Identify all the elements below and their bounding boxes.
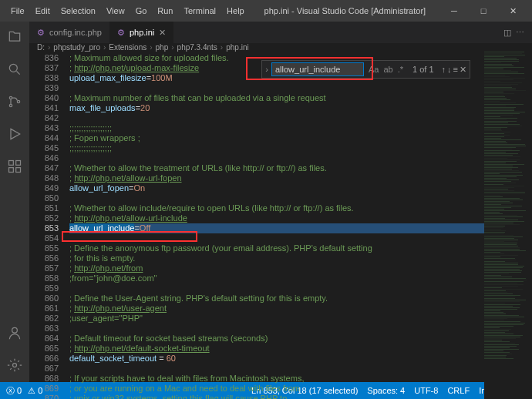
breadcrumb-item[interactable]: D: [37, 43, 45, 52]
breadcrumb[interactable]: D:›phpstudy_pro›Extensions›php›php7.3.4n… [29, 43, 532, 52]
activity-bar [0, 22, 29, 382]
minimap[interactable] [484, 52, 532, 399]
find-expand-icon[interactable]: › [265, 65, 268, 74]
menu-view[interactable]: View [102, 3, 130, 18]
svg-rect-6 [9, 168, 14, 173]
menu-terminal[interactable]: Terminal [180, 3, 221, 18]
accounts-icon[interactable] [5, 324, 24, 342]
svg-rect-5 [16, 161, 21, 166]
search-icon[interactable] [5, 60, 24, 79]
menu-selection[interactable]: Selection [56, 3, 100, 18]
tab-bar: ⚙config.inc.php⚙php.ini✕◫ ⋯ [29, 22, 532, 43]
source-control-icon[interactable] [5, 92, 24, 111]
menu-run[interactable]: Run [153, 3, 177, 18]
breadcrumb-item[interactable]: phpstudy_pro [53, 43, 100, 52]
svg-rect-7 [16, 168, 21, 173]
match-case-icon[interactable]: Aa [367, 63, 380, 75]
minimize-button[interactable]: ─ [441, 3, 467, 19]
breadcrumb-item[interactable]: php [156, 43, 169, 52]
window-controls: ─ □ ✕ [441, 3, 526, 19]
find-prev-icon[interactable]: ↑ [442, 65, 446, 75]
extensions-icon[interactable] [5, 157, 24, 176]
code-area[interactable]: ; Maximum allowed size for uploaded file… [69, 52, 484, 399]
file-icon: ⚙ [117, 28, 125, 38]
editor[interactable]: 8368378388398408418428438448458468478488… [29, 52, 532, 399]
menu-edit[interactable]: Edit [31, 3, 55, 18]
svg-point-0 [9, 64, 17, 72]
find-close-icon[interactable]: ✕ [460, 65, 466, 75]
find-input[interactable] [271, 62, 364, 76]
tab-config-inc-php[interactable]: ⚙config.inc.php [29, 22, 109, 43]
svg-point-3 [17, 100, 19, 102]
settings-icon[interactable] [5, 356, 24, 374]
menu-bar: FileEditSelectionViewGoRunTerminalHelp [6, 3, 249, 18]
explorer-icon[interactable] [5, 28, 24, 46]
svg-point-1 [9, 96, 12, 99]
svg-point-8 [12, 327, 18, 333]
run-debug-icon[interactable] [5, 125, 24, 143]
close-button[interactable]: ✕ [500, 3, 526, 19]
close-icon[interactable]: ✕ [159, 28, 166, 38]
menu-help[interactable]: Help [222, 3, 249, 18]
svg-point-9 [13, 364, 17, 367]
tab-php-ini[interactable]: ⚙php.ini✕ [109, 22, 173, 43]
find-result-count: 1 of 1 [412, 65, 434, 74]
find-widget: › Aa ab .* 1 of 1 ↑ ↓ ≡ ✕ [261, 60, 470, 79]
menu-file[interactable]: File [6, 3, 29, 18]
svg-rect-4 [9, 161, 14, 166]
file-icon: ⚙ [37, 28, 45, 38]
svg-point-2 [9, 104, 12, 106]
split-editor-icon[interactable]: ◫ [503, 28, 511, 37]
titlebar: FileEditSelectionViewGoRunTerminalHelp p… [0, 0, 532, 22]
menu-go[interactable]: Go [131, 3, 152, 18]
line-numbers: 8368378388398408418428438448458468478488… [29, 52, 69, 399]
breadcrumb-item[interactable]: php7.3.4nts [177, 43, 217, 52]
breadcrumb-item[interactable]: Extensions [109, 43, 146, 52]
match-word-icon[interactable]: ab [382, 63, 394, 75]
regex-icon[interactable]: .* [396, 63, 405, 75]
find-next-icon[interactable]: ↓ [447, 65, 452, 75]
window-title: php.ini - Visual Studio Code [Administra… [249, 6, 441, 15]
more-actions-icon[interactable]: ⋯ [516, 28, 524, 37]
find-selection-icon[interactable]: ≡ [453, 65, 458, 75]
errors-icon[interactable]: ⓧ 0 [6, 385, 22, 397]
maximize-button[interactable]: □ [470, 3, 497, 19]
breadcrumb-item[interactable]: php.ini [226, 43, 248, 52]
